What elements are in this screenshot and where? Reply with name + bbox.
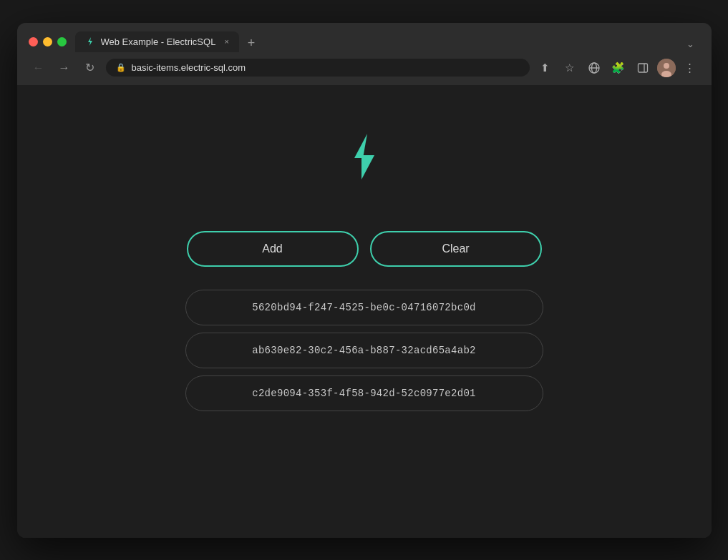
extensions-button[interactable]: 🧩 xyxy=(608,58,628,78)
tab-bar: Web Example - ElectricSQL × + ⌄ xyxy=(75,31,700,52)
window-controls xyxy=(29,37,67,46)
back-button[interactable]: ← xyxy=(29,58,49,78)
svg-point-7 xyxy=(664,63,669,69)
add-button[interactable]: Add xyxy=(187,231,359,267)
bookmark-button[interactable]: ☆ xyxy=(560,58,580,78)
refresh-button[interactable]: ↻ xyxy=(80,58,100,78)
translate-button[interactable] xyxy=(584,58,604,78)
sidepanel-button[interactable] xyxy=(633,58,653,78)
nav-actions: ⬆ ☆ 🧩 xyxy=(535,58,700,78)
items-list: 5620bd94-f247-4525-be0c-04716072bc0d ab6… xyxy=(185,290,543,411)
svg-rect-4 xyxy=(638,64,647,72)
tab-title: Web Example - ElectricSQL xyxy=(101,36,216,47)
nav-bar: ← → ↻ 🔒 basic-items.electric-sql.com ⬆ ☆… xyxy=(17,52,712,85)
address-bar[interactable]: 🔒 basic-items.electric-sql.com xyxy=(106,59,530,77)
active-tab[interactable]: Web Example - ElectricSQL × xyxy=(75,31,239,52)
list-item[interactable]: c2de9094-353f-4f58-942d-52c0977e2d01 xyxy=(185,375,543,411)
buttons-row: Add Clear xyxy=(187,231,542,267)
titlebar-top: Web Example - ElectricSQL × + ⌄ xyxy=(29,31,700,52)
list-item[interactable]: 5620bd94-f247-4525-be0c-04716072bc0d xyxy=(185,290,543,325)
maximize-window-button[interactable] xyxy=(57,37,67,46)
svg-marker-9 xyxy=(354,134,367,158)
svg-marker-10 xyxy=(361,155,374,180)
browser-titlebar: Web Example - ElectricSQL × + ⌄ xyxy=(17,23,712,52)
clear-button[interactable]: Clear xyxy=(370,231,542,267)
list-item[interactable]: ab630e82-30c2-456a-b887-32acd65a4ab2 xyxy=(185,333,543,368)
page-content: Add Clear 5620bd94-f247-4525-be0c-047160… xyxy=(17,85,712,538)
close-window-button[interactable] xyxy=(29,37,38,46)
forward-button[interactable]: → xyxy=(54,58,74,78)
new-tab-button[interactable]: + xyxy=(242,34,261,52)
electric-sql-logo xyxy=(336,128,393,185)
url-text: basic-items.electric-sql.com xyxy=(132,62,246,73)
share-button[interactable]: ⬆ xyxy=(535,58,555,78)
browser-window: Web Example - ElectricSQL × + ⌄ ← → ↻ 🔒 … xyxy=(17,23,712,538)
tab-favicon-icon xyxy=(85,36,95,46)
logo-container xyxy=(336,128,393,188)
tab-more-button[interactable]: ⌄ xyxy=(681,36,700,52)
minimize-window-button[interactable] xyxy=(43,37,52,46)
lock-icon: 🔒 xyxy=(116,63,126,72)
profile-avatar[interactable] xyxy=(657,59,676,77)
tab-close-button[interactable]: × xyxy=(224,37,228,46)
svg-marker-0 xyxy=(88,37,92,46)
menu-button[interactable]: ⋮ xyxy=(680,58,700,78)
